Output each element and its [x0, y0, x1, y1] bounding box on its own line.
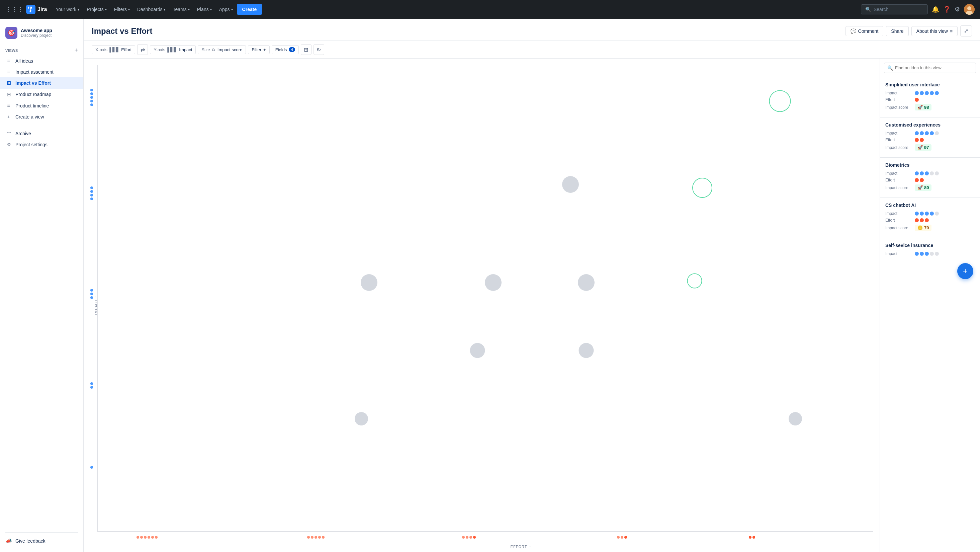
size-button[interactable]: Size fx Impact score	[198, 45, 246, 54]
xaxis-button[interactable]: X-axis ▌▋▊ Effort	[92, 45, 135, 54]
sidebar-item-product-timeline[interactable]: ≡ Product timeline	[0, 100, 83, 111]
chart-panel-wrapper: IMPACT ↑	[84, 59, 980, 552]
impact-dot-empty	[930, 171, 934, 175]
nav-dashboards[interactable]: Dashboards ▾	[134, 4, 169, 15]
scatter-dot-5[interactable]	[578, 274, 595, 291]
refresh-icon: ↻	[317, 46, 321, 53]
scatter-dot-3[interactable]	[361, 274, 377, 291]
add-idea-fab[interactable]: +	[957, 263, 973, 279]
nav-projects[interactable]: Projects ▾	[83, 4, 110, 15]
notifications-icon[interactable]: 🔔	[932, 6, 939, 13]
filter-button[interactable]: Filter +	[248, 45, 269, 54]
help-icon[interactable]: ❓	[943, 6, 951, 13]
impact-label: Impact	[885, 91, 912, 96]
y-axis-dot	[90, 93, 93, 95]
project-type: Discovery project	[21, 33, 52, 38]
idea-impact-field: Impact	[885, 171, 975, 176]
idea-title[interactable]: Self-sevice insurance	[885, 243, 975, 248]
yaxis-button[interactable]: Y-axis ▌▋▊ Impact	[150, 45, 196, 54]
swap-axes-button[interactable]: ⇄	[137, 44, 148, 55]
toolbar: X-axis ▌▋▊ Effort ⇄ Y-axis ▌▋▊ Impact Si…	[84, 41, 980, 59]
effort-label: Effort	[885, 218, 912, 223]
impact-dot-empty	[930, 252, 934, 256]
x-axis-dot	[144, 536, 146, 539]
search-box[interactable]: 🔍	[861, 4, 928, 14]
share-button[interactable]: Share	[886, 26, 908, 36]
group-button[interactable]: ⊞	[301, 44, 312, 55]
panel-search-input[interactable]	[884, 62, 976, 73]
impact-dots	[915, 212, 939, 215]
jira-logo-text: Jira	[38, 6, 47, 13]
jira-icon-svg	[28, 6, 34, 13]
scatter-dot-4[interactable]	[485, 274, 501, 291]
scatter-dot-8[interactable]	[355, 412, 368, 426]
plus-icon: +	[5, 114, 12, 120]
scatter-dot-2[interactable]	[562, 176, 579, 193]
sidebar-item-label: All ideas	[15, 58, 33, 64]
content-area: Impact vs Effort 💬 Comment Share About t…	[84, 19, 980, 552]
nav-apps[interactable]: Apps ▾	[216, 4, 236, 15]
sidebar-divider-2	[5, 532, 78, 533]
idea-title[interactable]: Simplified user interface	[885, 82, 975, 88]
effort-dot	[915, 138, 919, 142]
expand-button[interactable]: ⤢	[960, 26, 972, 37]
search-input[interactable]	[873, 7, 923, 12]
idea-effort-field: Effort	[885, 97, 975, 102]
x-axis-dot	[617, 536, 620, 539]
sidebar-item-create-view[interactable]: + Create a view	[0, 111, 83, 122]
effort-dots	[915, 98, 919, 102]
idea-title[interactable]: Customised experiences	[885, 122, 975, 128]
refresh-button[interactable]: ↻	[313, 44, 324, 55]
effort-dots	[915, 218, 929, 222]
idea-effort-field: Effort	[885, 178, 975, 182]
scatter-dot-7[interactable]	[579, 343, 593, 358]
plus-icon: +	[263, 47, 266, 52]
sidebar-item-label: Create a view	[15, 114, 44, 120]
idea-title[interactable]: Biometrics	[885, 162, 975, 168]
impact-dot	[930, 212, 934, 215]
sidebar-item-impact-vs-effort[interactable]: ⊞ Impact vs Effort	[0, 77, 83, 89]
scatter-dot-customised[interactable]	[692, 178, 712, 198]
about-view-button[interactable]: About this view ≡	[912, 26, 958, 36]
sidebar-divider	[5, 125, 78, 125]
chart-area: IMPACT ↑	[84, 59, 880, 552]
scatter-dot-9[interactable]	[789, 412, 802, 426]
chevron-down-icon: ▾	[78, 8, 79, 11]
nav-teams[interactable]: Teams ▾	[169, 4, 193, 15]
scatter-dot-simplified-ui[interactable]	[769, 90, 791, 112]
y-axis-dot	[90, 296, 93, 299]
sidebar-item-product-roadmap[interactable]: ⊟ Product roadmap	[0, 89, 83, 100]
score-label: Impact score	[885, 105, 912, 110]
idea-card-self-service-insurance: Self-sevice insurance Impact	[880, 238, 980, 263]
effort-dot	[925, 218, 929, 222]
scatter-dot-biometrics[interactable]	[687, 273, 702, 288]
settings-icon[interactable]: ⚙	[955, 6, 960, 13]
sidebar-item-project-settings[interactable]: ⚙ Project settings	[0, 139, 83, 150]
project-header[interactable]: 🎯 Awesome app Discovery project	[0, 24, 83, 44]
apps-grid-icon[interactable]: ⋮⋮⋮	[5, 6, 24, 13]
sidebar-item-all-ideas[interactable]: ≡ All ideas	[0, 55, 83, 66]
impact-dot	[915, 252, 919, 256]
create-button[interactable]: Create	[237, 4, 262, 15]
user-avatar[interactable]	[964, 4, 975, 15]
impact-dot	[915, 131, 919, 135]
scatter-dot-6[interactable]	[470, 343, 485, 358]
right-panel: 🔍 Simplified user interface Impact	[880, 59, 980, 552]
impact-dot	[925, 212, 929, 215]
impact-dot	[935, 91, 939, 95]
comment-button[interactable]: 💬 Comment	[845, 26, 884, 36]
idea-title[interactable]: CS chatbot AI	[885, 203, 975, 208]
sidebar-item-give-feedback[interactable]: 📣 Give feedback	[0, 535, 83, 547]
nav-your-work[interactable]: Your work ▾	[52, 4, 83, 15]
nav-filters[interactable]: Filters ▾	[111, 4, 133, 15]
effort-dot	[920, 218, 924, 222]
idea-impact-field: Impact	[885, 211, 975, 216]
idea-card-biometrics: Biometrics Impact Effort	[880, 158, 980, 198]
nav-plans[interactable]: Plans ▾	[194, 4, 215, 15]
sidebar-item-archive[interactable]: 🗃 Archive	[0, 128, 83, 139]
views-add-button[interactable]: +	[74, 47, 78, 54]
jira-logo[interactable]: Jira	[26, 5, 47, 14]
fields-button[interactable]: Fields 4	[272, 45, 299, 54]
x-axis-label: EFFORT →	[511, 545, 533, 549]
sidebar-item-impact-assessment[interactable]: ≡ Impact assesment	[0, 66, 83, 77]
